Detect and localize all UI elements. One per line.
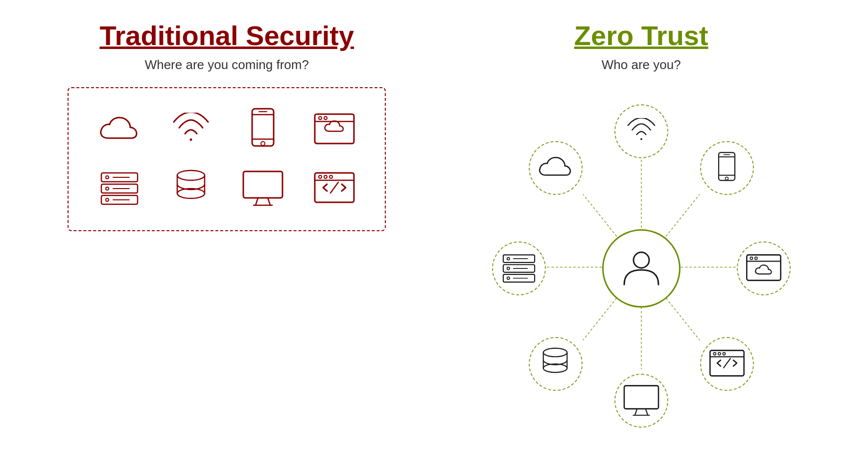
svg-rect-22: [243, 171, 282, 198]
cloud-browser-icon: [312, 112, 356, 148]
svg-point-3: [261, 142, 265, 145]
server-icon: [97, 170, 141, 207]
svg-point-29: [324, 175, 327, 178]
zt-server-node: [492, 241, 546, 295]
svg-point-59: [543, 348, 567, 357]
code-browser-icon: [312, 170, 356, 207]
zt-center-person: [602, 229, 680, 308]
monitor-icon-item: [236, 167, 289, 211]
zt-monitor-node: [614, 374, 668, 428]
cloud-icon: [97, 113, 141, 147]
svg-line-64: [635, 409, 637, 415]
zero-trust-title: Zero Trust: [574, 20, 708, 51]
svg-line-24: [268, 198, 270, 205]
zt-server-icon: [499, 253, 539, 285]
traditional-security-box: [68, 87, 386, 231]
zt-database-icon: [540, 344, 571, 384]
svg-line-65: [646, 409, 648, 415]
svg-point-13: [106, 187, 109, 190]
svg-point-50: [507, 267, 509, 269]
zero-trust-diagram: [470, 92, 813, 442]
zt-wifi-node: [614, 104, 668, 158]
svg-point-49: [507, 257, 509, 260]
zt-cloud-node: [529, 141, 583, 195]
zt-cloud-browser-icon: [744, 253, 783, 285]
svg-point-44: [726, 177, 728, 180]
zt-cloud-icon: [536, 153, 575, 183]
svg-point-71: [723, 352, 725, 355]
svg-point-14: [106, 198, 109, 201]
traditional-security-title: Traditional Security: [99, 20, 354, 51]
svg-point-28: [319, 175, 322, 178]
svg-line-31: [330, 182, 338, 193]
zt-code-browser-icon: [707, 348, 747, 380]
wifi-icon-item: [165, 108, 217, 152]
wifi-icon: [169, 113, 213, 147]
main-container: Traditional Security Where are you comin…: [0, 0, 868, 457]
traditional-security-subtitle: Where are you coming from?: [145, 57, 309, 72]
zt-monitor-icon: [622, 384, 661, 418]
svg-line-23: [256, 198, 258, 205]
svg-line-72: [724, 358, 730, 367]
svg-point-18: [177, 170, 205, 180]
svg-point-30: [329, 175, 332, 178]
left-panel: Traditional Security Where are you comin…: [20, 15, 434, 442]
svg-point-70: [718, 352, 721, 355]
svg-point-40: [633, 252, 649, 268]
mobile-icon-item: [236, 108, 289, 152]
mobile-icon: [248, 108, 278, 152]
svg-rect-5: [315, 114, 354, 144]
cloud-browser-icon-item: [308, 108, 361, 152]
svg-point-12: [106, 176, 109, 179]
right-panel: Zero Trust Who are you?: [434, 15, 849, 442]
cloud-icon-item: [93, 108, 145, 152]
zt-mobile-icon: [716, 150, 738, 187]
server-icon-item: [93, 167, 145, 211]
svg-point-69: [713, 352, 716, 355]
zt-code-browser-node: [700, 337, 754, 391]
zt-mobile-node: [700, 141, 754, 195]
zt-database-node: [529, 337, 583, 391]
svg-point-57: [750, 257, 752, 259]
code-browser-icon-item: [308, 167, 361, 211]
database-icon: [173, 167, 210, 211]
svg-rect-63: [624, 385, 658, 409]
svg-rect-55: [747, 255, 780, 280]
svg-point-7: [319, 117, 322, 120]
svg-point-51: [507, 277, 509, 279]
person-icon: [619, 246, 663, 290]
svg-point-8: [324, 117, 327, 120]
zt-wifi-icon: [624, 118, 658, 145]
svg-point-58: [755, 257, 757, 259]
database-icon-item: [165, 167, 217, 211]
monitor-icon: [241, 169, 285, 208]
zero-trust-subtitle: Who are you?: [602, 57, 681, 72]
zt-cloud-browser-node: [737, 241, 791, 295]
